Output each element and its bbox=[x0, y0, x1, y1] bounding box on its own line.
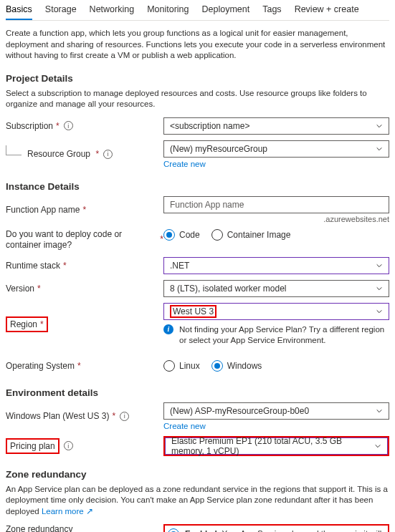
pricing-plan-select[interactable]: Elastic Premium EP1 (210 total ACU, 3.5 … bbox=[165, 437, 388, 455]
project-details-title: Project Details bbox=[6, 73, 389, 84]
resource-group-label: Resource Group bbox=[27, 149, 90, 159]
chevron-down-icon bbox=[376, 262, 383, 269]
windows-plan-select[interactable]: (New) ASP-myResourceGroup-b0e0 bbox=[163, 402, 389, 420]
info-icon[interactable]: i bbox=[120, 412, 129, 421]
windows-plan-label: Windows Plan (West US 3)* i bbox=[6, 411, 163, 421]
info-icon[interactable]: i bbox=[64, 121, 73, 130]
tab-deployment[interactable]: Deployment bbox=[202, 0, 250, 20]
zone-enabled-text: Enabled: Your App Service plan and the a… bbox=[185, 528, 385, 532]
zone-redundancy-label: Zone redundancy bbox=[6, 524, 163, 532]
tab-monitoring[interactable]: Monitoring bbox=[147, 0, 189, 20]
info-icon[interactable]: i bbox=[103, 150, 113, 159]
radio-zone-enabled[interactable] bbox=[168, 528, 179, 532]
operating-system-label: Operating System* bbox=[6, 361, 163, 371]
intro-text: Create a function app, which lets you gr… bbox=[6, 28, 389, 62]
runtime-stack-select[interactable]: .NET bbox=[163, 257, 389, 274]
region-select[interactable]: West US 3 bbox=[163, 303, 389, 320]
chevron-down-icon bbox=[376, 122, 383, 130]
project-details-desc: Select a subscription to manage deployed… bbox=[6, 88, 389, 110]
domain-suffix-hint: .azurewebsites.net bbox=[163, 215, 389, 223]
subscription-select[interactable]: <subscription name> bbox=[163, 117, 389, 135]
deploy-type-label: Do you want to deploy code or container … bbox=[6, 229, 163, 251]
chevron-down-icon bbox=[374, 442, 381, 450]
info-icon: i bbox=[163, 324, 173, 334]
tab-review[interactable]: Review + create bbox=[295, 0, 359, 20]
radio-deploy-container[interactable]: Container Image bbox=[211, 229, 291, 241]
instance-details-title: Instance Details bbox=[6, 181, 389, 192]
chevron-down-icon bbox=[376, 145, 383, 153]
subscription-label: Subscription* i bbox=[6, 121, 163, 131]
tab-networking[interactable]: Networking bbox=[90, 0, 135, 20]
create-new-rg-link[interactable]: Create new bbox=[163, 160, 389, 168]
radio-os-windows[interactable]: Windows bbox=[211, 360, 262, 372]
tab-storage[interactable]: Storage bbox=[45, 0, 77, 20]
version-label: Version* bbox=[6, 284, 163, 294]
learn-more-link[interactable]: Learn more bbox=[42, 507, 84, 516]
version-select[interactable]: 8 (LTS), isolated worker model bbox=[163, 280, 389, 297]
radio-deploy-code[interactable]: Code bbox=[163, 229, 200, 241]
create-new-plan-link[interactable]: Create new bbox=[163, 422, 389, 430]
environment-details-title: Environment details bbox=[6, 387, 389, 398]
external-link-icon: ↗ bbox=[86, 507, 93, 516]
tabs-bar: Basics Storage Networking Monitoring Dep… bbox=[6, 0, 389, 21]
tab-tags[interactable]: Tags bbox=[262, 0, 281, 20]
chevron-down-icon bbox=[376, 308, 383, 315]
zone-redundancy-title: Zone redundancy bbox=[6, 469, 389, 480]
region-hint-text: Not finding your App Service Plan? Try a… bbox=[179, 324, 389, 346]
tab-basics[interactable]: Basics bbox=[6, 0, 32, 20]
zone-redundancy-desc: An App Service plan can be deployed as a… bbox=[6, 484, 389, 518]
radio-os-linux[interactable]: Linux bbox=[163, 360, 200, 372]
chevron-down-icon bbox=[376, 285, 383, 292]
pricing-plan-label: Pricing plan bbox=[6, 438, 60, 454]
info-icon[interactable]: i bbox=[64, 441, 73, 450]
resource-group-select[interactable]: (New) myResourceGroup bbox=[163, 140, 389, 158]
region-label: Region* bbox=[6, 316, 48, 332]
function-app-name-label: Function App name* bbox=[6, 205, 163, 215]
function-app-name-input[interactable] bbox=[163, 196, 389, 213]
runtime-stack-label: Runtime stack* bbox=[6, 261, 163, 271]
chevron-down-icon bbox=[376, 407, 383, 415]
